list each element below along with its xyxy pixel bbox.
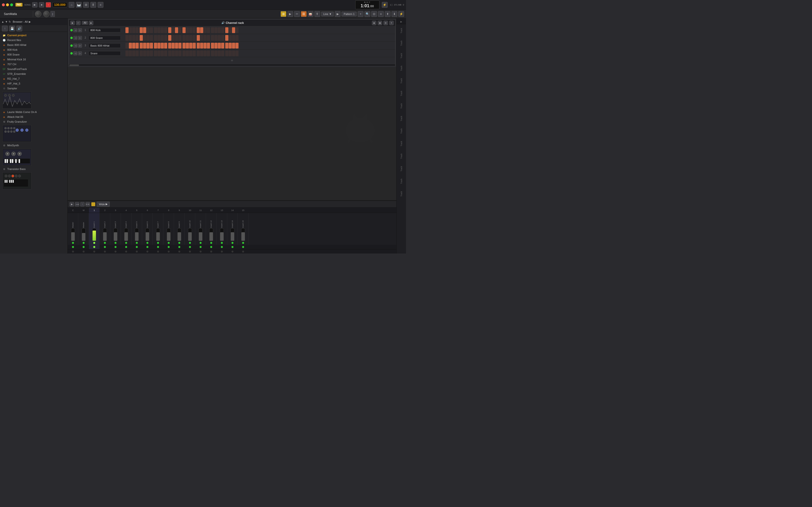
filter-icon[interactable]: ⚡ (398, 11, 404, 17)
channel-solo-3[interactable]: ▷ (78, 51, 82, 55)
arrow-up-icon[interactable]: ▲ (1, 20, 4, 23)
beat-1-29[interactable] (229, 35, 232, 41)
beat-3-6[interactable] (146, 50, 150, 56)
channel-mute-3[interactable]: ◁ (73, 51, 77, 55)
channel-name-2[interactable]: Basic 808 HiHat (89, 44, 120, 48)
beat-3-1[interactable] (129, 50, 132, 56)
mixer-track-9[interactable]: Insert 9 (174, 213, 185, 245)
sidebar-track-12[interactable]: Track (397, 175, 406, 187)
beat-1-19[interactable] (193, 35, 196, 41)
beat-3-27[interactable] (221, 50, 224, 56)
beat-2-14[interactable] (175, 43, 178, 49)
mixer-track-6[interactable]: Insert 6 (142, 213, 153, 245)
transport-icon[interactable]: ▶ (287, 11, 293, 17)
m-fader[interactable] (82, 233, 85, 241)
zoom-icon[interactable]: 🔍 (364, 11, 370, 17)
beat-1-27[interactable] (221, 35, 224, 41)
beat-1-9[interactable] (157, 35, 160, 41)
channel-name-0[interactable]: 808 Kick (89, 28, 120, 32)
beat-1-26[interactable] (218, 35, 221, 41)
browser-item-8[interactable]: ◈ HIP_Hat_5 (0, 81, 67, 86)
beat-0-24[interactable] (211, 27, 214, 33)
beat-2-5[interactable] (143, 43, 146, 49)
beat-2-16[interactable] (183, 43, 186, 49)
beat-1-7[interactable] (150, 35, 153, 41)
sidebar-track-3[interactable]: Track (397, 62, 406, 74)
stop-button[interactable]: ■ (39, 2, 44, 7)
beat-0-23[interactable] (207, 27, 210, 33)
beat-2-1[interactable] (129, 43, 132, 49)
channel-rack-icon[interactable]: ⊞ (281, 11, 286, 17)
line-select[interactable]: Line ▼ (321, 12, 334, 16)
sidebar-track-4[interactable]: Track (397, 75, 406, 87)
beat-0-20[interactable] (197, 27, 200, 33)
beat-2-30[interactable] (232, 43, 235, 49)
mixer-track-1[interactable]: Insert 1 (89, 213, 100, 245)
pattern-select[interactable]: Pattern 1 (342, 12, 357, 16)
beat-2-22[interactable] (203, 43, 207, 49)
beat-3-14[interactable] (175, 50, 178, 56)
mixer-mode-select[interactable]: Wide ▶ (97, 202, 110, 207)
beat-0-18[interactable] (189, 27, 192, 33)
beat-2-7[interactable] (150, 43, 153, 49)
pitch-knob[interactable] (43, 11, 50, 17)
beat-3-3[interactable] (136, 50, 139, 56)
mixer-track-15[interactable]: Insert 15 (238, 213, 248, 245)
beat-0-25[interactable] (214, 27, 217, 33)
beat-2-18[interactable] (189, 43, 192, 49)
beat-1-0[interactable] (125, 35, 129, 41)
current-project-item[interactable]: 📁 Current project (0, 33, 67, 38)
beat-3-15[interactable] (179, 50, 182, 56)
beat-1-23[interactable] (207, 35, 210, 41)
mixer-track-14[interactable]: Insert 14 (227, 213, 238, 245)
beat-0-8[interactable] (154, 27, 157, 33)
channel-led-2[interactable] (70, 44, 73, 47)
beat-3-29[interactable] (229, 50, 232, 56)
add-pattern-icon[interactable]: + (358, 11, 363, 17)
scroll-thumb[interactable] (69, 64, 79, 66)
insert2-fader[interactable] (103, 232, 107, 241)
beat-1-20[interactable] (197, 35, 200, 41)
beat-0-15[interactable] (179, 27, 182, 33)
beat-1-14[interactable] (175, 35, 178, 41)
beat-3-16[interactable] (183, 50, 186, 56)
sidebar-track-5[interactable]: Track (397, 88, 406, 100)
browser-item-4[interactable]: ◈ 707 CH (0, 62, 67, 67)
beat-3-20[interactable] (197, 50, 200, 56)
beat-0-10[interactable] (161, 27, 164, 33)
beat-0-6[interactable] (146, 27, 150, 33)
beat-1-10[interactable] (161, 35, 164, 41)
sidebar-track-8[interactable]: Track (397, 125, 406, 137)
beat-3-26[interactable] (218, 50, 221, 56)
grid-icon[interactable]: ⊟ (371, 11, 377, 17)
add-channel-button[interactable]: + (231, 58, 234, 63)
browser-item-12[interactable]: ⚙ Fruity Granulizer (0, 119, 67, 124)
mixer-track-10[interactable]: Insert 10 (185, 213, 195, 245)
beat-1-2[interactable] (132, 35, 135, 41)
browser-item-10[interactable]: ◈ Laurie Webb Come On A (0, 110, 67, 114)
channel-name-1[interactable]: 808 Snare (89, 36, 120, 40)
step-seq-icon[interactable]: ⊞ (83, 2, 89, 8)
beat-1-12[interactable] (168, 35, 171, 41)
beat-1-8[interactable] (154, 35, 157, 41)
beat-0-12[interactable] (168, 27, 171, 33)
beat-2-19[interactable] (193, 43, 196, 49)
beat-0-7[interactable] (150, 27, 153, 33)
beat-3-23[interactable] (207, 50, 210, 56)
cr-undo-icon[interactable]: ↩ (76, 21, 81, 25)
sidebar-track-0[interactable]: Track (397, 24, 406, 37)
browser-item-7[interactable]: ◈ RD_Hat_7 (0, 76, 67, 81)
beat-0-22[interactable] (203, 27, 207, 33)
beat-3-13[interactable] (171, 50, 175, 56)
beat-2-27[interactable] (221, 43, 224, 49)
beat-2-6[interactable] (146, 43, 150, 49)
mixer-track-8[interactable]: Insert 8 (163, 213, 174, 245)
import-icon[interactable]: ⬇ (392, 11, 397, 17)
link-icon[interactable]: ⛓ (301, 11, 307, 17)
browser-item-2[interactable]: ◈ 808 Snare (0, 52, 67, 57)
minimize-button[interactable] (6, 3, 9, 6)
browser-item-0[interactable]: ◈ Basic 808 HiHat (0, 43, 67, 47)
beat-3-21[interactable] (200, 50, 203, 56)
beat-2-3[interactable] (136, 43, 139, 49)
recent-files-item[interactable]: 🕐 Recent files (0, 38, 67, 43)
